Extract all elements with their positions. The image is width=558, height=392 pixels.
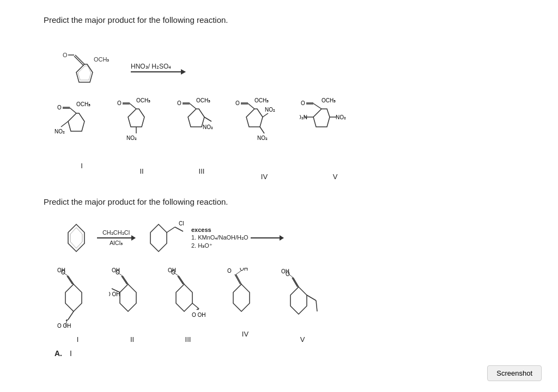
q2-structure-V: O OH V — [278, 268, 327, 344]
svg-text:Cl: Cl — [179, 220, 184, 226]
structure-V: O OCH₃ O₂N NO₂ V — [300, 94, 371, 181]
benzene-starting — [60, 219, 93, 257]
svg-text:NO₂: NO₂ — [54, 128, 65, 134]
svg-text:NO₂: NO₂ — [257, 135, 268, 141]
svg-marker-53 — [150, 224, 167, 252]
svg-text:OH: OH — [168, 268, 176, 273]
svg-line-77 — [179, 276, 184, 284]
reagent1-label: HNO₃/ H₂SO₄ — [131, 63, 171, 70]
answer-label: A. — [54, 349, 62, 358]
svg-line-98 — [307, 295, 316, 301]
svg-text:O: O — [301, 100, 305, 106]
svg-marker-68 — [120, 284, 136, 311]
svg-text:NO₂: NO₂ — [336, 114, 346, 120]
svg-marker-20 — [128, 109, 144, 127]
svg-text:O: O — [63, 52, 68, 58]
svg-marker-1 — [78, 66, 91, 80]
svg-line-39 — [260, 127, 264, 133]
svg-line-29 — [204, 117, 211, 121]
svg-line-3 — [74, 56, 83, 65]
q2-structure-IV: O OH IV — [221, 268, 270, 338]
svg-text:O: O — [227, 268, 232, 274]
svg-text:OCH₃: OCH₃ — [254, 97, 269, 103]
svg-line-99 — [316, 301, 317, 311]
reagent2a: CH₂CH₂Cl — [102, 229, 130, 236]
svg-line-70 — [122, 276, 127, 284]
svg-line-2 — [75, 55, 84, 64]
svg-line-26 — [190, 103, 196, 109]
svg-line-34 — [248, 103, 254, 109]
svg-line-69 — [123, 276, 128, 284]
svg-line-13 — [61, 121, 68, 127]
svg-marker-12 — [68, 113, 84, 131]
svg-line-54 — [167, 227, 175, 232]
svg-line-18 — [130, 103, 136, 109]
svg-marker-0 — [76, 64, 93, 82]
svg-text:O₂N: O₂N — [300, 114, 307, 120]
svg-text:OH: OH — [240, 268, 248, 272]
svg-line-82 — [192, 303, 199, 309]
svg-line-87 — [236, 274, 241, 284]
svg-line-93 — [293, 278, 299, 287]
svg-text:OH: OH — [281, 268, 289, 274]
svg-marker-46 — [313, 109, 330, 127]
svg-text:OCH₃: OCH₃ — [76, 101, 90, 107]
svg-line-59 — [67, 276, 72, 284]
reagent2b: AlCl₃ — [110, 240, 123, 247]
reagent3-step1: 1. KMnO₄/NaOH/H₂O — [191, 234, 248, 241]
answer-value: I — [70, 349, 72, 358]
screenshot-button[interactable]: Screenshot — [487, 365, 542, 381]
svg-marker-28 — [188, 109, 204, 127]
q2-structure-I: O OH O OH I — [54, 268, 101, 344]
question2-title: Predict the major product for the follow… — [44, 197, 514, 206]
svg-text:O   OH: O OH — [192, 312, 206, 318]
svg-text:OH: OH — [57, 268, 65, 273]
svg-text:OCH₃: OCH₃ — [94, 56, 109, 63]
structure-III: O OCH₃ NO₂ III — [174, 94, 229, 175]
svg-line-58 — [68, 276, 74, 284]
svg-text:OCH₃: OCH₃ — [196, 97, 210, 103]
svg-text:O: O — [117, 100, 122, 106]
svg-marker-57 — [65, 284, 82, 311]
svg-line-55 — [175, 227, 183, 231]
reagent3-excess: excess — [191, 226, 211, 233]
svg-text:O: O — [57, 105, 62, 111]
structure-IV: O OCH₃ NO₂ NO₂ IV — [234, 94, 294, 181]
svg-text:O  OH: O OH — [109, 291, 120, 297]
starting-material-structure: OCH₃ O — [60, 34, 125, 89]
reagent3-step2: 2. H₃O⁺ — [191, 242, 213, 249]
svg-marker-76 — [176, 284, 192, 311]
svg-text:O: O — [177, 100, 181, 106]
structure-II: O OCH₃ NO₂ II — [114, 94, 169, 175]
svg-text:OCH₃: OCH₃ — [136, 97, 150, 103]
intermediate-structure: Cl — [140, 216, 189, 260]
svg-line-94 — [292, 278, 298, 287]
svg-line-63 — [68, 311, 74, 320]
svg-text:NO₂: NO₂ — [265, 107, 275, 113]
q2-structure-III: O OH O OH III — [163, 268, 213, 344]
svg-marker-86 — [233, 284, 250, 311]
question1-title: Predict the major product for the follow… — [44, 15, 514, 24]
svg-text:O    OH: O OH — [57, 323, 71, 329]
svg-text:OH: OH — [112, 268, 120, 273]
svg-text:OCH₃: OCH₃ — [322, 97, 336, 103]
q2-structure-II: O OH O OH II — [109, 268, 155, 344]
svg-text:NO₂: NO₂ — [126, 135, 137, 141]
svg-line-88 — [235, 274, 240, 284]
svg-marker-36 — [246, 109, 263, 127]
structure-I: O OCH₃ NO₂ I — [54, 94, 109, 170]
svg-text:NO₂: NO₂ — [203, 124, 213, 130]
svg-marker-92 — [290, 287, 307, 314]
svg-line-10 — [70, 108, 76, 113]
svg-line-44 — [313, 103, 322, 109]
svg-line-37 — [263, 113, 268, 117]
svg-text:O: O — [235, 100, 240, 106]
svg-line-78 — [178, 276, 183, 284]
svg-marker-51 — [68, 224, 84, 252]
svg-marker-52 — [70, 228, 82, 248]
